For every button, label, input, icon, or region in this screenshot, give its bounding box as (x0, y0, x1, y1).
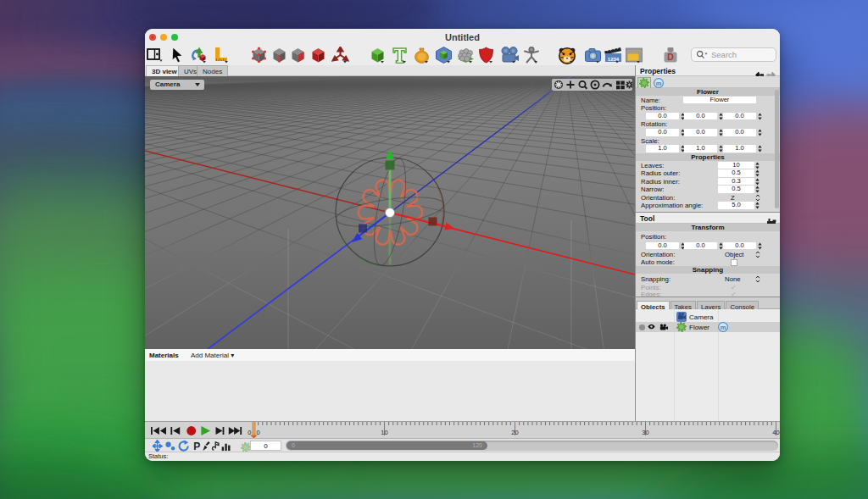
svg-text:m: m (656, 80, 662, 87)
svg-text:30: 30 (642, 429, 648, 436)
svg-text:1234: 1234 (608, 57, 620, 62)
svg-text:m: m (721, 324, 726, 331)
svg-text:40: 40 (772, 429, 779, 436)
svg-text:D: D (667, 52, 674, 62)
svg-text:P: P (193, 441, 200, 452)
svg-text:20: 20 (511, 429, 518, 436)
svg-text:10: 10 (381, 429, 387, 436)
svg-text:AMERA: AMERA (626, 49, 642, 54)
